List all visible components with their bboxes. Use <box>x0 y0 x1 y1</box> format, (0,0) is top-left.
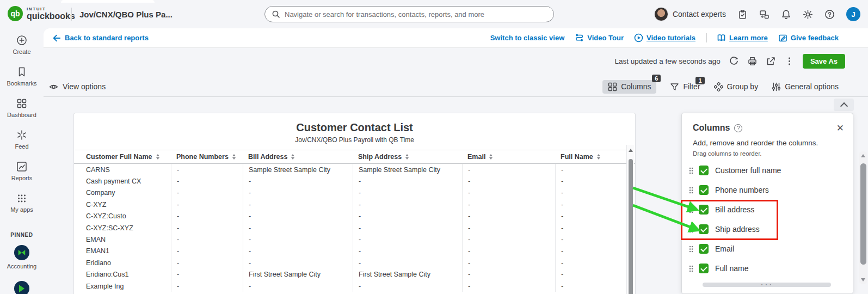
columns-button[interactable]: Columns 6 <box>602 80 656 94</box>
eye-icon <box>49 82 58 91</box>
sort-icon[interactable] <box>405 154 409 160</box>
settings-icon[interactable] <box>803 9 813 20</box>
switch-classic-view-link[interactable]: Switch to classic view <box>490 34 565 42</box>
export-icon[interactable] <box>766 56 776 66</box>
column-header-email[interactable]: Email <box>462 153 555 161</box>
report-card: Customer Contact List Jov/CNX/QBO Plus P… <box>73 113 636 294</box>
drag-handle-icon[interactable] <box>689 246 693 253</box>
drag-handle-icon[interactable] <box>689 206 693 213</box>
cell-bill-address: - <box>243 187 353 199</box>
cell-ship-address: - <box>353 175 462 187</box>
table-row: CARNS - Sample Street Sample City Sample… <box>74 164 635 175</box>
user-avatar[interactable]: J <box>846 7 860 21</box>
group-by-button[interactable]: Group by <box>714 82 759 91</box>
sort-icon[interactable] <box>156 154 159 160</box>
table-row: C-XYZ:Custo - - - - - <box>74 211 635 222</box>
community-icon[interactable] <box>759 9 769 20</box>
drag-handle-icon[interactable] <box>689 265 693 272</box>
table-row: Example Ing - - - - - <box>74 280 635 292</box>
checkbox-checked[interactable] <box>699 166 709 175</box>
sidebar-item-dashboard[interactable]: Dashboard <box>7 98 36 118</box>
cell-bill-address: - <box>243 211 353 222</box>
column-header-ship-address[interactable]: Ship Address <box>353 153 462 161</box>
cell-bill-address: - <box>243 222 353 234</box>
video-tutorials-link[interactable]: Video tutorials <box>634 33 695 42</box>
collapse-panel-button[interactable] <box>834 99 854 111</box>
contact-experts-button[interactable]: Contact experts <box>654 7 726 21</box>
notifications-icon[interactable] <box>781 9 791 20</box>
cell-ship-address: First Street Sample City <box>353 269 462 280</box>
grid-icon <box>16 98 27 109</box>
cell-full-name: - <box>555 222 626 234</box>
contact-experts-label: Contact experts <box>673 10 726 19</box>
close-icon[interactable]: ✕ <box>836 124 844 133</box>
print-icon[interactable] <box>747 56 758 66</box>
table-scrollbar[interactable] <box>626 145 634 294</box>
column-toggle-row: Bill address <box>682 200 853 219</box>
general-options-button[interactable]: General options <box>772 82 839 91</box>
sidebar-item-accounting[interactable]: Accounting <box>7 245 36 270</box>
checkbox-checked[interactable] <box>699 185 709 195</box>
columns-count-badge: 6 <box>652 75 661 82</box>
burst-icon <box>16 130 27 140</box>
checkbox-checked[interactable] <box>699 264 709 273</box>
cell-ship-address: - <box>353 211 462 222</box>
column-header-customer-full-name[interactable]: Customer Full Name <box>74 153 171 161</box>
sidebar-item-bookmarks[interactable]: Bookmarks <box>7 66 36 87</box>
video-tour-link[interactable]: Video Tour <box>575 33 624 42</box>
table-scrollbar-thumb[interactable] <box>629 159 633 294</box>
sort-icon[interactable] <box>291 154 294 160</box>
learn-more-link[interactable]: Learn more <box>717 33 768 42</box>
sidebar-item-create[interactable]: Create <box>13 35 30 55</box>
view-options-button[interactable]: View options <box>49 82 106 91</box>
refresh-icon[interactable] <box>729 56 739 66</box>
scroll-down-icon[interactable] <box>861 278 865 281</box>
sidebar-item-reports[interactable]: Reports <box>11 161 33 181</box>
more-icon[interactable] <box>784 56 795 66</box>
column-header-phone-numbers[interactable]: Phone Numbers <box>171 153 243 161</box>
scroll-up-icon[interactable] <box>861 154 865 157</box>
page-scrollbar[interactable] <box>859 151 867 284</box>
bookmark-icon <box>16 66 27 77</box>
table-row: C-XYZ:SC-XYZ - - - - - <box>74 222 635 234</box>
save-as-button[interactable]: Save As <box>803 54 845 69</box>
filter-button[interactable]: Filter 1 <box>670 82 700 91</box>
back-to-standard-reports-link[interactable]: Back to standard reports <box>52 34 149 42</box>
global-search[interactable] <box>264 6 554 22</box>
sidebar-item-pinned-2[interactable] <box>14 281 29 294</box>
sort-icon[interactable] <box>597 154 600 160</box>
sort-icon[interactable] <box>489 154 493 160</box>
drag-handle-icon[interactable] <box>689 187 693 194</box>
cell-phone-numbers: - <box>171 164 243 175</box>
cell-bill-address: Sample Street Sample City <box>243 164 353 175</box>
drag-handle-icon[interactable] <box>689 167 693 174</box>
sidebar-item-feed[interactable]: Feed <box>15 130 28 150</box>
checkbox-checked[interactable] <box>699 224 709 234</box>
scroll-up-icon[interactable] <box>629 149 633 152</box>
cell-bill-address: - <box>243 199 353 210</box>
cell-customer-full-name: Eridiano:Cus1 <box>74 269 171 280</box>
company-name[interactable]: Jov/CNX/QBO Plus Pa... <box>79 10 173 19</box>
sidebar-item-my-apps[interactable]: My apps <box>10 193 33 213</box>
column-header-bill-address[interactable]: Bill Address <box>243 153 353 161</box>
columns-help-icon[interactable]: ? <box>734 124 742 132</box>
cell-phone-numbers: - <box>171 269 243 280</box>
search-input[interactable] <box>285 10 553 19</box>
filter-icon <box>670 82 679 91</box>
sort-icon[interactable] <box>232 154 236 160</box>
panel-horizontal-scrollbar[interactable] <box>703 283 831 287</box>
cell-full-name: - <box>555 234 626 245</box>
page-scrollbar-thumb[interactable] <box>860 163 866 265</box>
quickbooks-logo[interactable]: qb INTUIT quickbooks <box>8 6 75 21</box>
help-icon[interactable] <box>824 9 835 20</box>
sliders-icon <box>772 82 781 91</box>
give-feedback-link[interactable]: Give feedback <box>778 33 839 42</box>
report-subtitle: Jov/CNX/QBO Plus Payroll with QB Time <box>74 136 635 144</box>
cell-email: - <box>462 164 555 175</box>
last-updated-text: Last updated a few seconds ago <box>614 57 720 65</box>
checkbox-checked[interactable] <box>699 205 709 215</box>
checkbox-checked[interactable] <box>699 244 709 254</box>
column-header-full-name[interactable]: Full Name <box>555 153 626 161</box>
tasks-icon[interactable] <box>737 9 748 20</box>
drag-handle-icon[interactable] <box>689 226 693 233</box>
